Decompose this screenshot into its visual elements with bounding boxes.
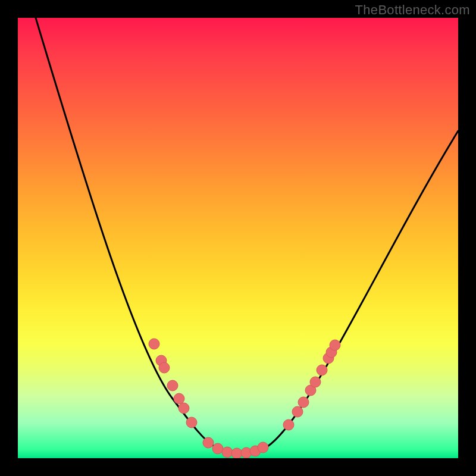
- marker-dot: [222, 447, 233, 458]
- marker-dot: [167, 380, 178, 391]
- marker-dot: [159, 362, 170, 373]
- marker-dot: [330, 340, 340, 350]
- marker-dot: [283, 419, 294, 430]
- marker-dot: [174, 393, 184, 404]
- marker-dot: [203, 437, 214, 448]
- marker-dot: [258, 442, 268, 453]
- chart-frame: TheBottleneck.com: [0, 0, 476, 476]
- marker-dot: [212, 443, 223, 454]
- curve-markers: [149, 339, 340, 458]
- marker-dot: [149, 339, 159, 349]
- marker-dot: [298, 397, 309, 408]
- chart-svg: [18, 18, 458, 458]
- marker-dot: [231, 448, 242, 458]
- marker-dot: [186, 417, 197, 428]
- marker-dot: [292, 406, 303, 417]
- plot-area: [18, 18, 458, 458]
- bottleneck-curve: [36, 18, 458, 453]
- watermark-text: TheBottleneck.com: [355, 2, 470, 18]
- marker-dot: [178, 403, 189, 414]
- marker-dot: [317, 365, 327, 375]
- marker-dot: [310, 377, 321, 387]
